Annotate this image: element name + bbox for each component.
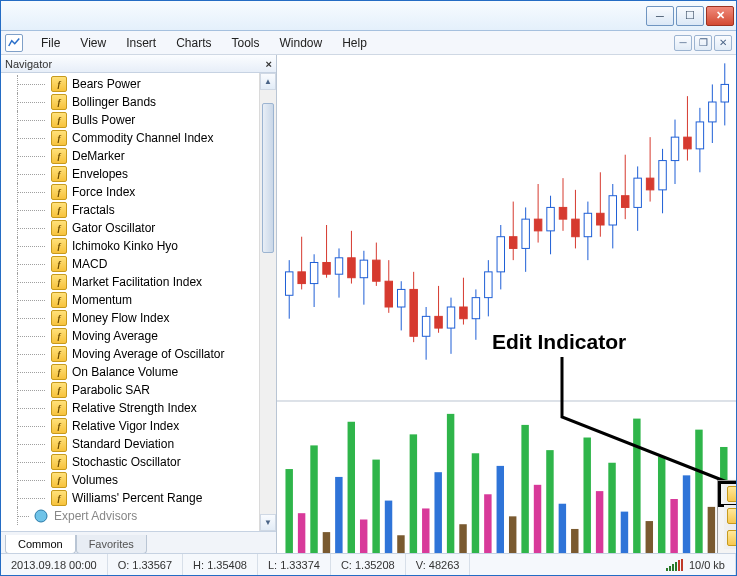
navigator-tabs: Common Favorites: [1, 531, 276, 553]
svg-rect-77: [323, 532, 330, 553]
navigator-tree[interactable]: fBears PowerfBollinger BandsfBulls Power…: [1, 73, 276, 531]
indicator-item[interactable]: fMoving Average: [3, 327, 276, 345]
annotation-label: Edit Indicator: [492, 330, 626, 354]
indicator-item[interactable]: fMoving Average of Oscillator: [3, 345, 276, 363]
indicator-item[interactable]: fEnvelopes: [3, 165, 276, 183]
indicator-item[interactable]: fGator Oscillator: [3, 219, 276, 237]
indicator-fx-icon: f: [51, 130, 67, 146]
mdi-minimize-button[interactable]: ─: [674, 35, 692, 51]
window-close-button[interactable]: ✕: [706, 6, 734, 26]
svg-rect-106: [683, 475, 690, 553]
context-menu-item[interactable]: BW MFI properties...: [720, 483, 736, 505]
delete-icon: [727, 508, 736, 524]
indicator-item[interactable]: fForce Index: [3, 183, 276, 201]
indicator-item[interactable]: fVolumes: [3, 471, 276, 489]
window-minimize-button[interactable]: ─: [646, 6, 674, 26]
indicator-item[interactable]: fParabolic SAR: [3, 381, 276, 399]
indicator-label: Envelopes: [72, 167, 128, 181]
chart-area[interactable]: Edit Indicator BW MFI properties...Delet…: [277, 55, 736, 553]
indicator-item[interactable]: fBollinger Bands: [3, 93, 276, 111]
indicator-fx-icon: f: [51, 112, 67, 128]
svg-rect-95: [546, 450, 553, 553]
indicator-item[interactable]: fStandard Deviation: [3, 435, 276, 453]
indicator-item[interactable]: fBears Power: [3, 75, 276, 93]
indicator-fx-icon: f: [51, 166, 67, 182]
indicator-item[interactable]: fMoney Flow Index: [3, 309, 276, 327]
indicator-item[interactable]: fBulls Power: [3, 111, 276, 129]
svg-rect-68: [696, 122, 703, 149]
expert-advisors-node[interactable]: Expert Advisors: [3, 507, 276, 525]
indicator-fx-icon: f: [51, 364, 67, 380]
status-datetime: 2013.09.18 00:00: [1, 554, 108, 575]
menu-file[interactable]: File: [31, 33, 70, 53]
svg-rect-87: [447, 414, 454, 553]
indicator-item[interactable]: fOn Balance Volume: [3, 363, 276, 381]
menu-view[interactable]: View: [70, 33, 116, 53]
indicator-fx-icon: f: [51, 148, 67, 164]
window-maximize-button[interactable]: ☐: [676, 6, 704, 26]
indicator-label: Stochastic Oscillator: [72, 455, 181, 469]
indicator-label: Ichimoko Kinko Hyo: [72, 239, 178, 253]
svg-rect-101: [621, 512, 628, 553]
svg-rect-81: [372, 460, 379, 553]
svg-rect-12: [348, 258, 355, 278]
statusbar: 2013.09.18 00:00 O: 1.33567 H: 1.35408 L…: [1, 553, 736, 575]
navigator-header: Navigator ×: [1, 55, 276, 73]
navigator-close-icon[interactable]: ×: [266, 58, 272, 70]
svg-rect-4: [298, 272, 305, 284]
svg-rect-56: [621, 196, 628, 208]
tab-common[interactable]: Common: [5, 535, 76, 553]
indicator-label: Gator Oscillator: [72, 221, 155, 235]
svg-rect-76: [310, 445, 317, 553]
indicator-label: Volumes: [72, 473, 118, 487]
context-menu-item[interactable]: Delete Indicator: [720, 505, 736, 527]
indicator-item[interactable]: fRelative Strength Index: [3, 399, 276, 417]
svg-rect-46: [559, 207, 566, 219]
svg-rect-6: [310, 262, 317, 283]
scroll-up-button[interactable]: ▲: [260, 73, 276, 90]
indicator-item[interactable]: fWilliams' Percent Range: [3, 489, 276, 507]
svg-rect-78: [335, 477, 342, 553]
status-net: 10/0 kb: [689, 559, 725, 571]
context-menu-item[interactable]: Delete Indicator Window: [720, 527, 736, 549]
indicator-item[interactable]: fFractals: [3, 201, 276, 219]
svg-rect-103: [646, 521, 653, 553]
menu-charts[interactable]: Charts: [166, 33, 221, 53]
mdi-restore-button[interactable]: ❐: [694, 35, 712, 51]
tab-favorites[interactable]: Favorites: [76, 535, 147, 553]
indicator-fx-icon: f: [51, 202, 67, 218]
indicator-item[interactable]: fCommodity Channel Index: [3, 129, 276, 147]
svg-rect-89: [472, 453, 479, 553]
indicator-subwindow[interactable]: [277, 400, 736, 553]
svg-rect-32: [472, 298, 479, 319]
svg-rect-44: [547, 207, 554, 230]
navigator-scrollbar[interactable]: ▲ ▼: [259, 73, 276, 531]
indicator-item[interactable]: fMomentum: [3, 291, 276, 309]
expert-advisors-icon: [33, 508, 49, 524]
menu-help[interactable]: Help: [332, 33, 377, 53]
indicator-label: Bears Power: [72, 77, 141, 91]
menu-tools[interactable]: Tools: [222, 33, 270, 53]
indicator-fx-icon: f: [51, 94, 67, 110]
indicator-fx-icon: f: [51, 256, 67, 272]
status-open: O: 1.33567: [108, 554, 183, 575]
indicator-item[interactable]: fDeMarker: [3, 147, 276, 165]
menu-window[interactable]: Window: [270, 33, 333, 53]
indicator-item[interactable]: fStochastic Oscillator: [3, 453, 276, 471]
indicator-label: On Balance Volume: [72, 365, 178, 379]
svg-rect-79: [348, 422, 355, 553]
svg-rect-100: [608, 463, 615, 553]
indicator-item[interactable]: fIchimoko Kinko Hyo: [3, 237, 276, 255]
content-area: Navigator × fBears PowerfBollinger Bands…: [1, 55, 736, 553]
indicator-item[interactable]: fRelative Vigor Index: [3, 417, 276, 435]
menu-insert[interactable]: Insert: [116, 33, 166, 53]
indicator-item[interactable]: fMACD: [3, 255, 276, 273]
indicator-item[interactable]: fMarket Facilitation Index: [3, 273, 276, 291]
mdi-close-button[interactable]: ✕: [714, 35, 732, 51]
scroll-thumb[interactable]: [262, 103, 274, 253]
svg-rect-70: [709, 102, 716, 122]
indicator-fx-icon: f: [51, 220, 67, 236]
scroll-down-button[interactable]: ▼: [260, 514, 276, 531]
svg-rect-84: [410, 434, 417, 553]
indicator-label: Moving Average of Oscillator: [72, 347, 225, 361]
